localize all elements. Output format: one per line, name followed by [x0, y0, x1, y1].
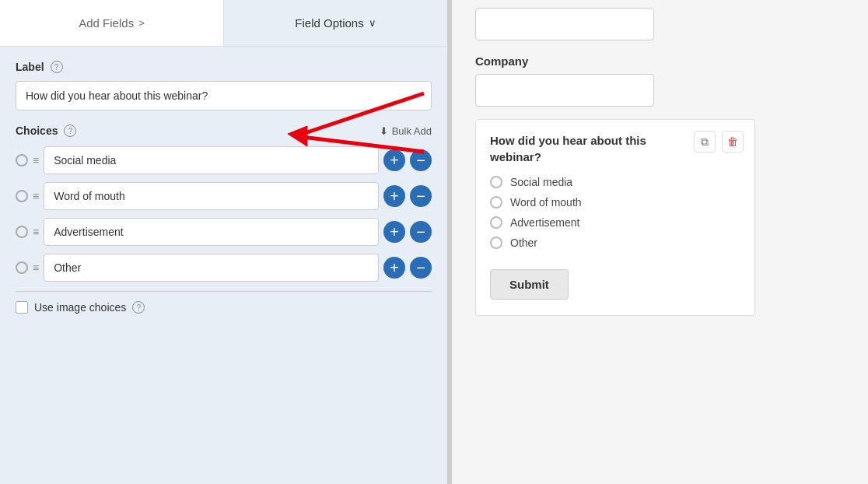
download-icon: ⬇ — [380, 125, 388, 137]
copy-icon[interactable]: ⧉ — [694, 131, 716, 153]
form-card: How did you hear about this webinar? ⧉ 🗑… — [475, 119, 755, 316]
choice-row-3: ≡ + − — [16, 254, 432, 282]
chevron-down-icon: ∨ — [369, 17, 376, 29]
company-label: Company — [475, 54, 845, 68]
choice-remove-button-0[interactable]: − — [410, 149, 432, 171]
choice-remove-button-2[interactable]: − — [410, 221, 432, 243]
drag-handle-icon-2[interactable]: ≡ — [33, 226, 39, 237]
choice-add-button-3[interactable]: + — [383, 257, 405, 279]
radio-circle-0 — [490, 176, 502, 188]
right-panel: Company How did you hear about this webi… — [452, 0, 868, 484]
choice-remove-button-1[interactable]: − — [410, 185, 432, 207]
choice-input-3[interactable] — [44, 254, 379, 282]
choice-row-0: ≡ + − — [16, 146, 432, 174]
tab-add-fields[interactable]: Add Fields > — [0, 0, 224, 46]
label-input[interactable] — [16, 81, 432, 110]
radio-option-3[interactable]: Other — [490, 237, 740, 249]
radio-circle-2 — [490, 216, 502, 229]
radio-option-2[interactable]: Advertisement — [490, 216, 740, 229]
tab-field-options-label: Field Options — [295, 16, 363, 30]
radio-circle-1 — [490, 196, 502, 209]
left-panel: Add Fields > Field Options ∨ Label ? Cho… — [0, 0, 447, 484]
tab-add-fields-arrow: > — [138, 17, 145, 29]
choice-add-button-1[interactable]: + — [383, 185, 405, 207]
delete-icon[interactable]: 🗑 — [722, 131, 744, 153]
choice-add-button-0[interactable]: + — [383, 149, 405, 171]
drag-handle-icon-0[interactable]: ≡ — [33, 155, 39, 166]
tab-field-options[interactable]: Field Options ∨ — [224, 0, 447, 46]
bulk-add-button[interactable]: ⬇ Bulk Add — [380, 125, 432, 137]
choice-radio-3[interactable] — [16, 261, 28, 274]
radio-label-1: Word of mouth — [510, 196, 582, 209]
company-input[interactable] — [475, 74, 654, 107]
panel-content: Label ? Choices ? ⬇ Bulk Add ≡ + — [0, 47, 447, 484]
choice-radio-1[interactable] — [16, 190, 28, 202]
radio-option-0[interactable]: Social media — [490, 176, 740, 188]
radio-circle-3 — [490, 237, 502, 249]
choices-section-header: Choices ? ⬇ Bulk Add — [16, 125, 432, 137]
tabs-bar: Add Fields > Field Options ∨ — [0, 0, 447, 47]
use-image-help-icon[interactable]: ? — [132, 301, 145, 314]
top-empty-input — [475, 8, 654, 40]
drag-handle-icon-3[interactable]: ≡ — [33, 262, 39, 273]
choices-help-icon[interactable]: ? — [64, 125, 76, 137]
use-image-row: Use image choices ? — [16, 301, 432, 314]
tab-add-fields-label: Add Fields — [79, 16, 134, 30]
label-help-icon[interactable]: ? — [51, 61, 63, 73]
radio-option-1[interactable]: Word of mouth — [490, 196, 740, 209]
label-section-header: Label ? — [16, 61, 432, 73]
use-image-checkbox[interactable] — [16, 301, 28, 314]
choice-input-1[interactable] — [44, 182, 379, 210]
choice-radio-0[interactable] — [16, 154, 28, 167]
choice-input-0[interactable] — [44, 146, 379, 174]
choice-add-button-2[interactable]: + — [383, 221, 405, 243]
bulk-add-label: Bulk Add — [392, 125, 432, 137]
submit-button[interactable]: Submit — [490, 269, 569, 300]
card-action-icons: ⧉ 🗑 — [694, 131, 744, 153]
choice-row-2: ≡ + − — [16, 218, 432, 246]
choices-label-row: Choices ? — [16, 125, 76, 137]
choices-section-title: Choices — [16, 125, 58, 137]
choice-input-2[interactable] — [44, 218, 379, 246]
use-image-label: Use image choices — [34, 301, 126, 314]
choice-radio-2[interactable] — [16, 226, 28, 238]
divider — [16, 291, 432, 292]
label-section-title: Label — [16, 61, 44, 73]
radio-label-0: Social media — [510, 176, 572, 188]
drag-handle-icon-1[interactable]: ≡ — [33, 191, 39, 202]
radio-label-2: Advertisement — [510, 216, 579, 229]
choice-remove-button-3[interactable]: − — [410, 257, 432, 279]
radio-label-3: Other — [510, 237, 537, 249]
choice-row-1: ≡ + − — [16, 182, 432, 210]
